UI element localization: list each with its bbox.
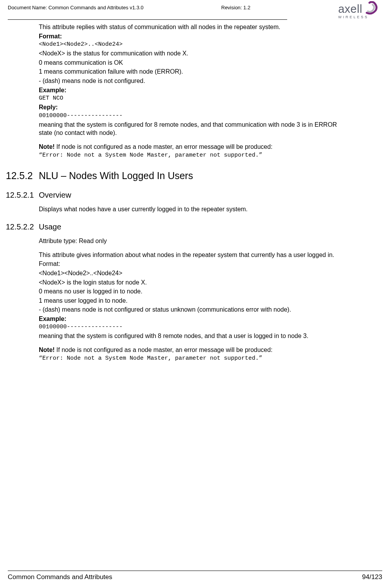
note-code: “Error: Node not a System Node Master, p… [39, 355, 351, 362]
paragraph: Attribute type: Read only [39, 237, 351, 245]
note-paragraph: Note! If node is not configured as a nod… [39, 346, 351, 354]
example-code: 00100000---------------- [39, 324, 351, 330]
footer-title: Common Commands and Attributes [8, 573, 112, 581]
heading-3: 12.5.2.1 Overview [39, 191, 351, 200]
paragraph: - (dash) means node is not configured or… [39, 305, 351, 314]
format-label: Format: [39, 32, 351, 41]
example-label: Example: [39, 315, 351, 323]
format-code: <Node1><Node2>..<Node24> [39, 41, 351, 48]
note-bold: Note! [39, 143, 55, 150]
logo-text: axell [338, 3, 362, 16]
heading-3: 12.5.2.2 Usage [39, 222, 351, 231]
footer-rule [8, 571, 382, 571]
note-code: “Error: Node not a System Node Master, p… [39, 152, 351, 159]
heading-title: Usage [39, 222, 61, 231]
paragraph: This attribute replies with status of co… [39, 23, 351, 31]
note-text: If node is not configured as a node mast… [55, 143, 272, 150]
paragraph: 1 means user logged in to node. [39, 297, 351, 305]
page-footer: Common Commands and Attributes 94/123 [8, 571, 382, 581]
paragraph: Format: [39, 260, 351, 268]
note-text: If node is not configured as a node mast… [55, 347, 272, 353]
paragraph: meaning that the system is configured wi… [39, 332, 351, 340]
doc-name: Document Name: Common Commands and Attri… [8, 4, 144, 10]
heading-number: 12.5.2.1 [6, 191, 39, 200]
heading-title: NLU – Nodes With Logged In Users [39, 170, 193, 181]
logo-swirl-icon [366, 1, 378, 17]
heading-number: 12.5.2.2 [6, 222, 39, 231]
paragraph: <NodeX> is the status for communication … [39, 49, 351, 58]
reply-code: 00100000---------------- [39, 112, 351, 119]
example-label: Example: [39, 86, 351, 95]
paragraph: - (dash) means node is not configured. [39, 77, 351, 85]
page-number: 94/123 [362, 573, 382, 581]
page-content: This attribute replies with status of co… [0, 20, 390, 362]
revision: Revision: 1.2 [221, 4, 250, 10]
paragraph: 0 means communication is OK [39, 59, 351, 67]
paragraph: 1 means communication failure with node … [39, 67, 351, 76]
logo: axell WIRELESS [338, 1, 380, 19]
heading-title: Overview [39, 191, 71, 200]
example-code: GET NCO [39, 95, 351, 102]
paragraph: This attribute gives information about w… [39, 251, 351, 259]
heading-2: 12.5.2 NLU – Nodes With Logged In Users [39, 170, 351, 181]
paragraph: meaning that the system is configured fo… [39, 121, 351, 137]
paragraph: <NodeX> is the login status for node X. [39, 278, 351, 287]
paragraph: 0 means no user is logged in to node. [39, 287, 351, 296]
reply-label: Reply: [39, 103, 351, 112]
paragraph: <Node1><Node2>..<Node24> [39, 269, 351, 278]
paragraph: Displays what nodes have a user currentl… [39, 205, 351, 214]
heading-number: 12.5.2 [6, 170, 39, 181]
note-paragraph: Note! If node is not configured as a nod… [39, 143, 351, 151]
logo-subtext: WIRELESS [338, 15, 369, 19]
note-bold: Note! [39, 347, 55, 353]
page-header: Document Name: Common Commands and Attri… [0, 0, 390, 19]
